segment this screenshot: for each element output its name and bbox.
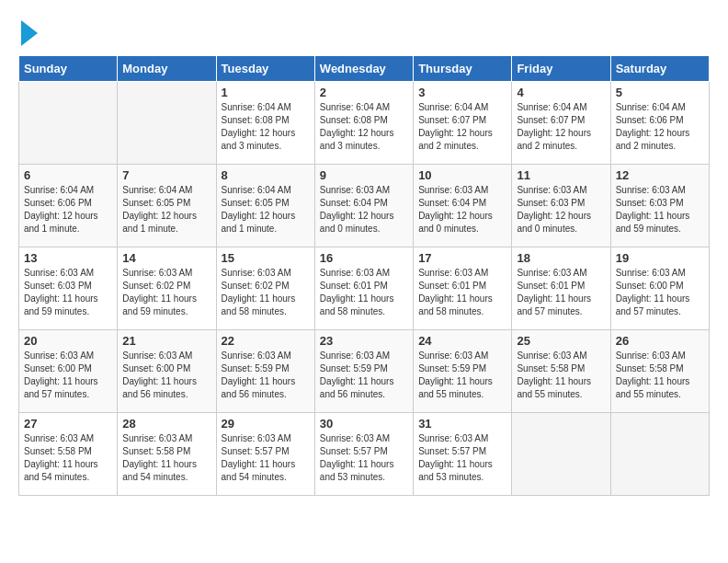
day-number: 20: [24, 334, 112, 348]
logo-arrow-icon: [21, 20, 38, 46]
day-number: 27: [24, 417, 112, 431]
day-info: Sunrise: 6:03 AM Sunset: 5:59 PM Dayligh…: [222, 350, 310, 401]
calendar-day-cell: 3Sunrise: 6:04 AM Sunset: 6:07 PM Daylig…: [414, 82, 512, 165]
day-info: Sunrise: 6:03 AM Sunset: 6:01 PM Dayligh…: [517, 267, 605, 318]
day-number: 17: [418, 251, 506, 265]
day-info: Sunrise: 6:03 AM Sunset: 5:58 PM Dayligh…: [24, 432, 112, 484]
calendar-day-cell: 22Sunrise: 6:03 AM Sunset: 5:59 PM Dayli…: [216, 330, 314, 413]
calendar-header-row: SundayMondayTuesdayWednesdayThursdayFrid…: [19, 56, 710, 82]
calendar-day-cell: 7Sunrise: 6:04 AM Sunset: 6:05 PM Daylig…: [118, 165, 216, 247]
calendar-day-cell: 23Sunrise: 6:03 AM Sunset: 5:59 PM Dayli…: [314, 330, 413, 413]
day-number: 26: [616, 334, 704, 348]
calendar-day-cell: 16Sunrise: 6:03 AM Sunset: 6:01 PM Dayli…: [314, 247, 413, 330]
calendar-week-row: 1Sunrise: 6:04 AM Sunset: 6:08 PM Daylig…: [19, 82, 710, 165]
calendar-day-cell: 2Sunrise: 6:04 AM Sunset: 6:08 PM Daylig…: [314, 82, 413, 165]
day-info: Sunrise: 6:03 AM Sunset: 5:57 PM Dayligh…: [320, 432, 408, 484]
day-number: 30: [320, 417, 408, 431]
day-info: Sunrise: 6:04 AM Sunset: 6:06 PM Dayligh…: [616, 101, 704, 153]
day-number: 22: [222, 334, 310, 348]
calendar-weekday-header: Friday: [512, 56, 610, 82]
calendar-day-cell: 6Sunrise: 6:04 AM Sunset: 6:06 PM Daylig…: [19, 165, 118, 247]
day-number: 12: [616, 168, 704, 182]
day-info: Sunrise: 6:03 AM Sunset: 6:02 PM Dayligh…: [222, 267, 310, 318]
calendar-weekday-header: Saturday: [610, 56, 709, 82]
day-number: 21: [122, 334, 210, 348]
page-header: [18, 18, 710, 46]
calendar-day-cell: 28Sunrise: 6:03 AM Sunset: 5:58 PM Dayli…: [118, 413, 216, 496]
day-info: Sunrise: 6:03 AM Sunset: 5:57 PM Dayligh…: [418, 432, 506, 484]
day-info: Sunrise: 6:04 AM Sunset: 6:05 PM Dayligh…: [222, 184, 310, 236]
calendar-day-cell: 13Sunrise: 6:03 AM Sunset: 6:03 PM Dayli…: [19, 247, 118, 330]
calendar-day-cell: 9Sunrise: 6:03 AM Sunset: 6:04 PM Daylig…: [314, 165, 413, 247]
day-number: 4: [517, 86, 605, 99]
calendar-weekday-header: Wednesday: [314, 56, 413, 82]
calendar-week-row: 6Sunrise: 6:04 AM Sunset: 6:06 PM Daylig…: [19, 165, 710, 247]
day-info: Sunrise: 6:03 AM Sunset: 6:01 PM Dayligh…: [418, 267, 506, 318]
day-info: Sunrise: 6:03 AM Sunset: 6:04 PM Dayligh…: [320, 184, 408, 236]
day-info: Sunrise: 6:04 AM Sunset: 6:07 PM Dayligh…: [517, 101, 605, 153]
calendar-day-cell: 19Sunrise: 6:03 AM Sunset: 6:00 PM Dayli…: [610, 247, 709, 330]
day-info: Sunrise: 6:04 AM Sunset: 6:07 PM Dayligh…: [418, 101, 506, 153]
day-info: Sunrise: 6:03 AM Sunset: 6:04 PM Dayligh…: [418, 184, 506, 236]
calendar-week-row: 20Sunrise: 6:03 AM Sunset: 6:00 PM Dayli…: [19, 330, 710, 413]
calendar-week-row: 13Sunrise: 6:03 AM Sunset: 6:03 PM Dayli…: [19, 247, 710, 330]
calendar-day-cell: 5Sunrise: 6:04 AM Sunset: 6:06 PM Daylig…: [610, 82, 709, 165]
day-number: 3: [418, 86, 506, 99]
day-info: Sunrise: 6:03 AM Sunset: 5:57 PM Dayligh…: [222, 432, 310, 484]
calendar-week-row: 27Sunrise: 6:03 AM Sunset: 5:58 PM Dayli…: [19, 413, 710, 496]
calendar-day-cell: 24Sunrise: 6:03 AM Sunset: 5:59 PM Dayli…: [414, 330, 512, 413]
day-number: 24: [418, 334, 506, 348]
calendar-day-cell: 31Sunrise: 6:03 AM Sunset: 5:57 PM Dayli…: [414, 413, 512, 496]
calendar-day-cell: [19, 82, 118, 165]
day-number: 1: [222, 86, 310, 99]
day-info: Sunrise: 6:04 AM Sunset: 6:06 PM Dayligh…: [24, 184, 112, 236]
calendar-day-cell: 20Sunrise: 6:03 AM Sunset: 6:00 PM Dayli…: [19, 330, 118, 413]
calendar-day-cell: 17Sunrise: 6:03 AM Sunset: 6:01 PM Dayli…: [414, 247, 512, 330]
day-info: Sunrise: 6:03 AM Sunset: 6:02 PM Dayligh…: [122, 267, 210, 318]
day-number: 18: [517, 251, 605, 265]
day-number: 31: [418, 417, 506, 431]
day-number: 15: [222, 251, 310, 265]
calendar-day-cell: 15Sunrise: 6:03 AM Sunset: 6:02 PM Dayli…: [216, 247, 314, 330]
calendar-table: SundayMondayTuesdayWednesdayThursdayFrid…: [18, 55, 710, 496]
day-number: 16: [320, 251, 408, 265]
calendar-day-cell: 30Sunrise: 6:03 AM Sunset: 5:57 PM Dayli…: [314, 413, 413, 496]
day-number: 6: [24, 168, 112, 182]
day-number: 29: [222, 417, 310, 431]
calendar-day-cell: 12Sunrise: 6:03 AM Sunset: 6:03 PM Dayli…: [610, 165, 709, 247]
calendar-day-cell: 10Sunrise: 6:03 AM Sunset: 6:04 PM Dayli…: [414, 165, 512, 247]
day-number: 10: [418, 168, 506, 182]
day-number: 11: [517, 168, 605, 182]
calendar-day-cell: 8Sunrise: 6:04 AM Sunset: 6:05 PM Daylig…: [216, 165, 314, 247]
day-number: 14: [122, 251, 210, 265]
day-info: Sunrise: 6:03 AM Sunset: 6:03 PM Dayligh…: [24, 267, 112, 318]
day-number: 5: [616, 86, 704, 99]
calendar-weekday-header: Sunday: [19, 56, 118, 82]
day-info: Sunrise: 6:03 AM Sunset: 5:58 PM Dayligh…: [517, 350, 605, 401]
calendar-day-cell: 1Sunrise: 6:04 AM Sunset: 6:08 PM Daylig…: [216, 82, 314, 165]
day-number: 23: [320, 334, 408, 348]
logo: [18, 18, 38, 46]
calendar-weekday-header: Thursday: [414, 56, 512, 82]
day-number: 19: [616, 251, 704, 265]
calendar-day-cell: [512, 413, 610, 496]
day-info: Sunrise: 6:03 AM Sunset: 5:59 PM Dayligh…: [418, 350, 506, 401]
day-number: 25: [517, 334, 605, 348]
day-info: Sunrise: 6:03 AM Sunset: 5:59 PM Dayligh…: [320, 350, 408, 401]
day-number: 9: [320, 168, 408, 182]
day-info: Sunrise: 6:04 AM Sunset: 6:08 PM Dayligh…: [320, 101, 408, 153]
day-info: Sunrise: 6:03 AM Sunset: 6:01 PM Dayligh…: [320, 267, 408, 318]
day-info: Sunrise: 6:03 AM Sunset: 6:00 PM Dayligh…: [24, 350, 112, 401]
calendar-day-cell: [118, 82, 216, 165]
day-info: Sunrise: 6:03 AM Sunset: 6:03 PM Dayligh…: [616, 184, 704, 236]
day-number: 8: [222, 168, 310, 182]
day-number: 13: [24, 251, 112, 265]
day-info: Sunrise: 6:03 AM Sunset: 5:58 PM Dayligh…: [616, 350, 704, 401]
day-info: Sunrise: 6:03 AM Sunset: 6:03 PM Dayligh…: [517, 184, 605, 236]
day-info: Sunrise: 6:03 AM Sunset: 6:00 PM Dayligh…: [616, 267, 704, 318]
calendar-day-cell: 21Sunrise: 6:03 AM Sunset: 6:00 PM Dayli…: [118, 330, 216, 413]
day-info: Sunrise: 6:04 AM Sunset: 6:05 PM Dayligh…: [122, 184, 210, 236]
day-number: 7: [122, 168, 210, 182]
calendar-day-cell: 26Sunrise: 6:03 AM Sunset: 5:58 PM Dayli…: [610, 330, 709, 413]
day-number: 2: [320, 86, 408, 99]
